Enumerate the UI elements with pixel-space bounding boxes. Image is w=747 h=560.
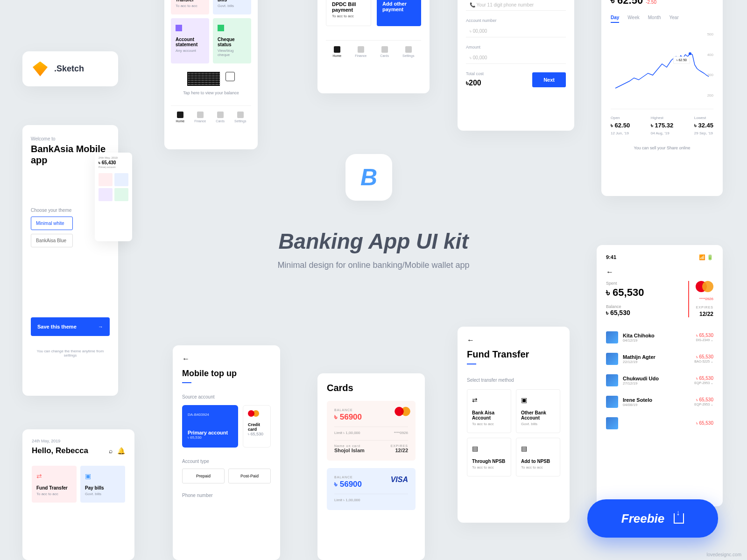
spent-value: ৳ 65,530 <box>606 287 688 299</box>
high-date: 04 Aug, '19 <box>651 131 673 135</box>
freebie-label: Freebie <box>621 511 665 526</box>
nav-settings[interactable]: Settings <box>234 112 246 123</box>
back-button[interactable]: ← <box>606 268 713 276</box>
statement-icon <box>176 25 182 31</box>
doc-icon: ▤ <box>472 445 479 452</box>
cards-icon <box>217 112 224 118</box>
cardholder-name: Shojol Islam <box>334 448 365 453</box>
tile-title: Account statement <box>176 37 204 47</box>
download-icon <box>674 513 684 524</box>
form-screen: Select Bank Brac Bank Estern Bank Accoun… <box>458 0 574 131</box>
phone-input[interactable]: 📞 Your 11 digit phone number <box>466 0 566 11</box>
back-button[interactable]: ← <box>182 355 271 363</box>
logo-letter: B <box>360 164 377 191</box>
card-number: ****0926 <box>394 431 408 435</box>
chart-footnote: You can sell your Share online <box>611 146 713 150</box>
balance-value: ৳ 65,530 <box>606 309 688 317</box>
finance-icon <box>197 112 204 118</box>
credit-card-option[interactable]: Credit card ৳ 65,530 <box>243 405 271 448</box>
card-expiry: 12/22 <box>391 448 408 453</box>
nav-settings[interactable]: Settings <box>402 46 414 57</box>
balance-label: BALANCE <box>334 408 362 412</box>
transaction-item[interactable]: Irene Sotelo04/08/19৳ 65,530EQP-2953 ⌄ <box>606 391 713 413</box>
spent-label: Spent <box>606 281 688 286</box>
back-button[interactable]: ← <box>467 336 560 344</box>
save-theme-button[interactable]: Save this theme → <box>31 317 110 336</box>
doc-icon: ▤ <box>521 445 529 452</box>
nav-home[interactable]: Home <box>333 46 342 57</box>
dpdc-sub: To acc to acc <box>332 14 365 18</box>
primary-account-card[interactable]: DA-B403924 Primary account ৳ 65,530 <box>182 405 238 448</box>
source-account-label: Source account <box>182 394 271 399</box>
nav-finance[interactable]: Finance <box>194 112 206 123</box>
finance-icon <box>358 46 364 53</box>
arrow-right-icon: → <box>98 324 103 329</box>
theme-minimal-white[interactable]: Minimal white <box>31 217 73 230</box>
card-visa[interactable]: BALANCE ৳ 56900 VISA Limit ৳ 1,00,000 <box>327 468 416 510</box>
tile-transfer[interactable]: Transfer To acc to acc <box>171 0 209 14</box>
tab-day[interactable]: Day <box>611 15 619 23</box>
merchant-icon <box>606 374 618 386</box>
card-mastercard[interactable]: BALANCE ৳ 56900 Limit ৳ 1,00,000****0926… <box>327 401 416 461</box>
prepaid-button[interactable]: Prepaid <box>182 469 225 483</box>
tab-week[interactable]: Week <box>627 15 639 23</box>
merchant-icon <box>606 353 618 365</box>
chart-tooltip: ৳ 62.50 <box>673 56 690 64</box>
nav-cards[interactable]: Cards <box>216 112 225 123</box>
topup-screen: ← Mobile top up Source account DA-B40392… <box>173 345 280 560</box>
amount-input[interactable]: ৳ 00,000 <box>466 52 566 64</box>
divider <box>467 364 476 364</box>
chart-screen: Grameenphone ৳ 62.50-2.50 Day Week Month… <box>601 0 723 196</box>
tile-title: Transfer <box>176 0 204 2</box>
bell-icon[interactable]: 🔔 <box>117 447 125 455</box>
nav-finance[interactable]: Finance <box>355 46 366 57</box>
open-label: Open <box>611 116 630 120</box>
status-time: 9:41 <box>606 254 616 260</box>
home-icon <box>177 112 183 118</box>
sketch-badge: .Sketch <box>22 51 118 86</box>
transfer-title: Fund Transfer <box>467 349 560 360</box>
card-id: DA-B403924 <box>188 413 233 417</box>
card-balance: ৳ 65,530 <box>188 435 233 440</box>
hello-screen: 24th May, 2019 Hello, Rebecca ⌕🔔 ⇄ Fund … <box>22 429 134 560</box>
open-date: 12 Jun, '19 <box>611 131 630 135</box>
swap-icon: ⇄ <box>36 472 72 480</box>
visa-icon: VISA <box>391 476 408 484</box>
open-value: ৳ 62.50 <box>611 122 630 129</box>
sketch-icon <box>33 62 48 77</box>
qr-section[interactable]: Tap here to view your balance <box>171 72 251 95</box>
tab-year[interactable]: Year <box>669 15 679 23</box>
postpaid-button[interactable]: Post-Paid <box>228 469 271 483</box>
tile-statement[interactable]: Account statement Any account <box>171 18 209 63</box>
transaction-item[interactable]: Mathijn Agter22/12/19৳ 65,530BAO-5225 ⌄ <box>606 348 713 370</box>
balance-label: BALANCE <box>334 476 362 479</box>
tile-sub: To acc to acc <box>36 492 72 496</box>
cards-title: Cards <box>327 383 416 393</box>
other-bank-tile[interactable]: ▣Other Bank AccountGovt. bills <box>516 389 560 433</box>
save-theme-label: Save this theme <box>37 324 77 329</box>
y-axis: 500 400 300 200 <box>707 32 713 98</box>
add-npsb-tile[interactable]: ▤Add to NPSBTo acc to acc <box>516 438 560 476</box>
transaction-item[interactable]: Kita Chihoko04/12/19৳ 65,530DIS-2349 ⌄ <box>606 327 713 348</box>
low-date: 29 Sep, '19 <box>694 131 713 135</box>
account-number-input[interactable]: ৳ 00,000 <box>466 26 566 37</box>
next-button[interactable]: Next <box>532 72 566 87</box>
tile-bills[interactable]: bills Govt. bills <box>213 0 251 14</box>
npsb-tile[interactable]: ▤Through NPSBTo acc to acc <box>467 438 511 476</box>
transaction-item[interactable]: Chukwudi Udo27/12/19৳ 65,530EQP-2953 ⌄ <box>606 370 713 391</box>
merchant-icon <box>606 417 618 429</box>
nav-home[interactable]: Home <box>176 112 185 123</box>
bank-aisa-tile[interactable]: ⇄Bank Aisa AccountTo acc to acc <box>467 389 511 433</box>
transaction-item[interactable]: ৳ 65,530 <box>606 413 713 434</box>
freebie-button[interactable]: Freebie <box>587 499 718 538</box>
add-payment-card[interactable]: + Add other payment <box>377 0 421 26</box>
preview-balance: ৳ 65,430 <box>99 160 128 166</box>
preview-sub: Primary account <box>99 166 128 168</box>
tile-pay-bills[interactable]: ▣ Pay bills Govt. bills <box>80 466 125 503</box>
tab-month[interactable]: Month <box>648 15 661 23</box>
tile-fund-transfer[interactable]: ⇄ Fund Transfer To acc to acc <box>32 466 77 503</box>
search-icon[interactable]: ⌕ <box>109 447 113 455</box>
tile-cheque[interactable]: Cheque status View/blog cheque <box>213 18 251 63</box>
nav-cards[interactable]: Cards <box>380 46 389 57</box>
dpdc-bill-card[interactable]: DPDC Bill payment To acc to acc <box>326 0 371 26</box>
